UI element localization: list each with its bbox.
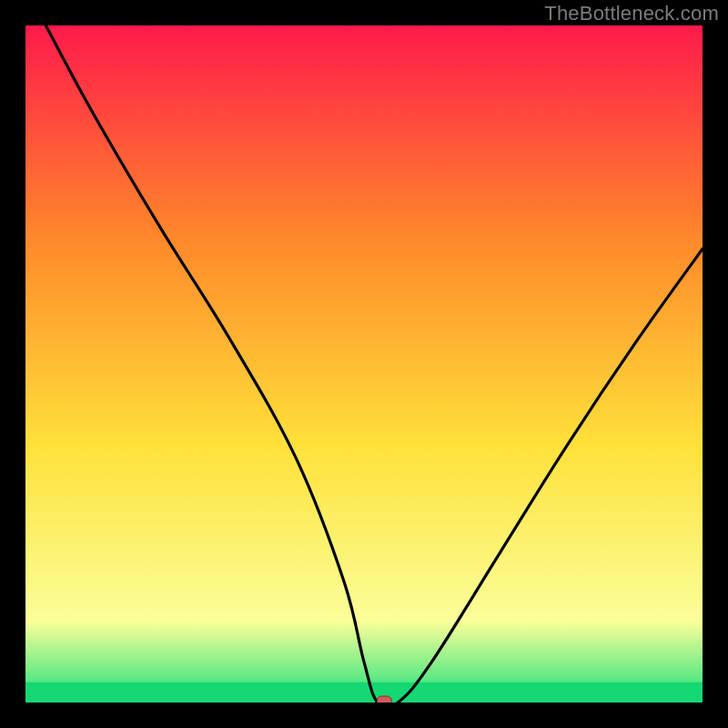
gradient-background xyxy=(25,25,703,703)
green-band xyxy=(25,682,703,703)
chart-svg xyxy=(25,25,703,703)
watermark-text: TheBottleneck.com xyxy=(544,2,719,25)
optimum-marker-icon xyxy=(377,696,391,703)
chart-frame: TheBottleneck.com xyxy=(0,0,728,728)
chart-plot-area xyxy=(25,25,703,703)
